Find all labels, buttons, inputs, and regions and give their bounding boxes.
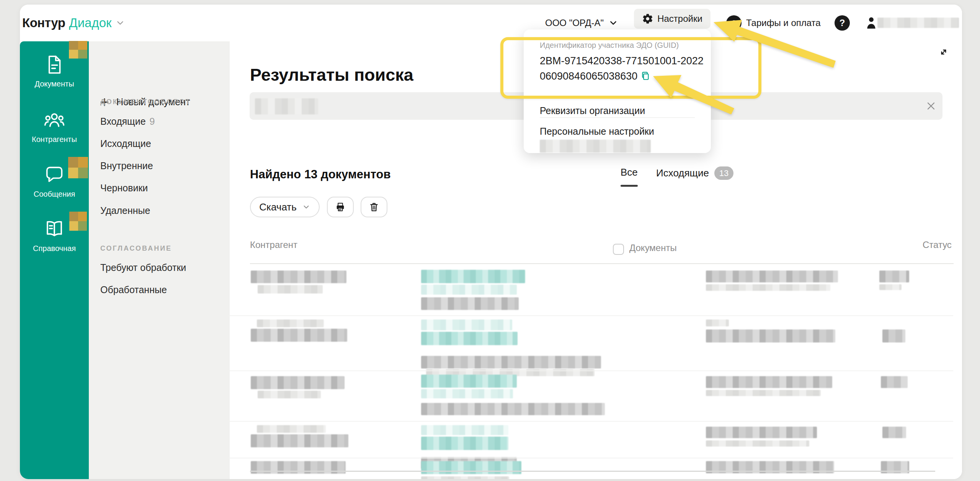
- clear-search-icon[interactable]: [925, 100, 937, 112]
- column-header-status: Статус: [923, 240, 952, 250]
- print-button[interactable]: [327, 197, 354, 217]
- expand-icon[interactable]: [938, 47, 949, 57]
- ruble-icon: [726, 15, 742, 31]
- app-logo[interactable]: Контур Диадок: [22, 5, 125, 41]
- menu-item-personal-settings[interactable]: Персональные настройки: [540, 126, 654, 137]
- guid-label: Идентификатор участника ЭДО (GUID): [540, 41, 679, 50]
- table-row[interactable]: [250, 461, 954, 479]
- select-all-checkbox[interactable]: [613, 244, 624, 255]
- sidebar-item-label: Сообщения: [20, 190, 89, 199]
- document-icon: [43, 54, 65, 76]
- tab-count-badge: 13: [714, 166, 733, 180]
- top-bar: Контур Диадок ООО "ОРД-А" Настройки: [20, 5, 962, 41]
- column-header-counterparty: Контрагент: [250, 240, 297, 250]
- download-label: Скачать: [259, 201, 297, 213]
- user-name-redacted: [877, 18, 959, 28]
- nav-item-internal[interactable]: Внутренние: [100, 160, 153, 171]
- nav-item-deleted[interactable]: Удаленные: [100, 205, 150, 216]
- document-link-redacted[interactable]: [421, 461, 521, 474]
- nav-item-label: Требуют обработки: [100, 262, 186, 273]
- document-link-redacted[interactable]: [421, 270, 525, 283]
- settings-dropdown: Идентификатор участника ЭДО (GUID) 2BM-9…: [524, 29, 711, 153]
- table-header-divider: [250, 263, 954, 264]
- chat-bubble-icon: [43, 164, 65, 186]
- nav-item-incoming[interactable]: Входящие9: [100, 116, 155, 127]
- user-icon: [863, 15, 879, 31]
- guid-line2: 06090846065038630: [540, 70, 637, 82]
- gear-icon: [642, 13, 653, 24]
- settings-label: Настройки: [657, 13, 702, 24]
- app-window: Контур Диадок ООО "ОРД-А" Настройки: [20, 5, 962, 479]
- status-redacted: [706, 427, 817, 438]
- sidebar-item-counterparties[interactable]: Контрагенты: [20, 109, 89, 144]
- page-title: Результаты поиска: [250, 65, 413, 85]
- sidebar-item-label: Справочная: [20, 244, 89, 253]
- menu-item-org-requisites[interactable]: Реквизиты организации: [540, 105, 645, 116]
- user-menu[interactable]: [863, 5, 879, 41]
- nav-item-label: Обработанные: [100, 284, 167, 295]
- nav-item-processed[interactable]: Обработанные: [100, 284, 167, 295]
- date-redacted: [882, 427, 906, 438]
- active-tab-underline: [621, 185, 638, 187]
- nav-item-label: Исходящие: [100, 138, 151, 149]
- notification-badge-redacted: [69, 41, 87, 59]
- tab-label: Исходящие: [656, 167, 709, 179]
- copy-icon[interactable]: [640, 71, 650, 81]
- status-redacted: [706, 376, 832, 388]
- section-docflow: ДОКУМЕНТООБОРОТ: [100, 98, 191, 106]
- table-row[interactable]: [250, 320, 954, 367]
- table-bottom-divider: [250, 471, 935, 472]
- nav-item-require-processing[interactable]: Требуют обработки: [100, 262, 186, 273]
- logo-diadoc: Диадок: [69, 16, 111, 30]
- nav-item-label: Входящие: [100, 116, 146, 127]
- diadoc-app: Контур Диадок ООО "ОРД-А" Настройки: [0, 0, 980, 481]
- nav-item-drafts[interactable]: Черновики: [100, 183, 148, 194]
- trash-icon: [369, 202, 379, 212]
- table-row[interactable]: [250, 270, 954, 311]
- search-query-redacted: [255, 98, 318, 114]
- printer-icon: [335, 202, 346, 212]
- nav-item-outgoing[interactable]: Исходящие: [100, 138, 151, 149]
- chevron-down-icon: [302, 203, 310, 211]
- nav-item-label: Удаленные: [100, 205, 150, 216]
- date-redacted: [882, 329, 905, 342]
- tariffs-link[interactable]: Тарифы и оплата: [726, 5, 821, 41]
- guid-line1: 2BM-9715420338-771501001-2022: [540, 55, 704, 67]
- open-book-icon: [43, 218, 65, 240]
- download-button[interactable]: Скачать: [250, 197, 320, 217]
- section-approval: СОГЛАСОВАНИЕ: [100, 245, 172, 253]
- menu-divider: [540, 117, 695, 118]
- menu-subtext-redacted: [540, 140, 651, 153]
- column-header-documents: Документы: [629, 243, 677, 253]
- sidebar-item-documents[interactable]: Документы: [20, 54, 89, 88]
- delete-button[interactable]: [361, 197, 387, 217]
- tab-label: Все: [621, 166, 638, 178]
- logo-kontur: Контур: [22, 16, 65, 30]
- sidebar-item-label: Контрагенты: [20, 135, 89, 144]
- chevron-down-icon: [608, 18, 618, 28]
- chevron-down-icon: [115, 18, 125, 28]
- unread-count: 9: [150, 116, 155, 127]
- table-row[interactable]: [250, 375, 954, 417]
- tab-outgoing[interactable]: Исходящие 13: [656, 166, 733, 180]
- document-link-redacted[interactable]: [421, 437, 508, 450]
- help-button[interactable]: ?: [835, 5, 850, 41]
- document-link-redacted[interactable]: [421, 375, 517, 388]
- date-redacted: [879, 271, 909, 282]
- settings-button[interactable]: Настройки: [634, 9, 710, 29]
- help-icon: ?: [835, 15, 850, 31]
- documents-nav: Новый документ ДОКУМЕНТООБОРОТ Входящие9…: [89, 41, 230, 479]
- organization-name: ООО "ОРД-А": [545, 18, 604, 28]
- nav-item-label: Внутренние: [100, 160, 153, 171]
- people-icon: [43, 109, 65, 131]
- notification-badge-redacted: [69, 212, 87, 231]
- status-redacted: [706, 271, 838, 282]
- document-link-redacted[interactable]: [421, 332, 518, 345]
- sidebar-item-label: Документы: [20, 80, 89, 88]
- date-redacted: [881, 376, 908, 388]
- tariffs-label: Тарифы и оплата: [746, 18, 821, 28]
- tab-all[interactable]: Все: [621, 166, 638, 178]
- notification-badge-redacted: [68, 157, 88, 178]
- status-redacted: [706, 329, 835, 342]
- nav-item-label: Черновики: [100, 183, 148, 193]
